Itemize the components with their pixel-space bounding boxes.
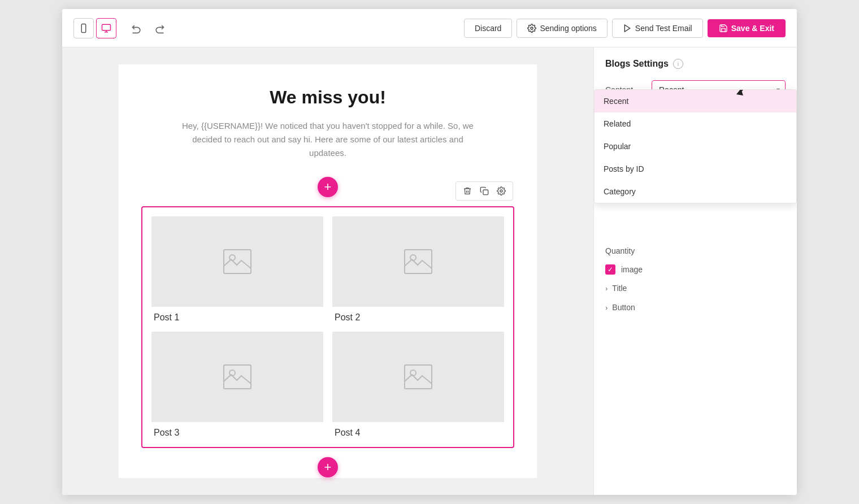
post-image-2 [332, 216, 504, 307]
post-1-title: Post 1 [151, 312, 323, 323]
svg-rect-7 [483, 190, 488, 195]
blog-post-card: Post 4 [332, 332, 504, 438]
undo-button[interactable] [128, 19, 146, 37]
copy-icon [480, 186, 489, 195]
trash-icon [463, 186, 472, 195]
svg-rect-0 [81, 24, 86, 32]
duplicate-block-button[interactable] [478, 184, 491, 198]
desktop-view-button[interactable] [96, 18, 116, 38]
content-dropdown: Recent Related Popular Posts by ID Categ… [594, 89, 797, 203]
add-section-top-button[interactable]: + [318, 177, 338, 197]
block-settings-button[interactable] [494, 184, 508, 198]
image-placeholder-icon-1 [223, 249, 251, 274]
image-placeholder-icon-3 [223, 364, 251, 389]
post-3-title: Post 3 [151, 428, 323, 438]
save-exit-button[interactable]: Save & Exit [708, 19, 786, 37]
dropdown-item-category[interactable]: Category [595, 180, 796, 203]
toolbar-actions: Discard Sending options Send Test Email [464, 19, 786, 38]
play-icon [623, 24, 632, 33]
button-chevron-icon: › [605, 303, 608, 312]
post-image-3 [151, 332, 323, 422]
image-placeholder-icon-4 [404, 364, 432, 389]
email-content: We miss you! Hey, {{USERNAME}}! We notic… [119, 64, 537, 478]
image-checkbox-row: ✓ image [605, 264, 786, 275]
add-section-bottom-button[interactable]: + [318, 457, 338, 477]
email-body-text: Hey, {{USERNAME}}! We noticed that you h… [141, 119, 514, 160]
svg-marker-6 [624, 25, 630, 32]
button-expand-row[interactable]: › Button [605, 301, 786, 314]
blog-post-card: Post 1 [151, 216, 323, 323]
image-checkbox-label: image [621, 265, 643, 274]
device-toggle [73, 18, 116, 38]
email-title: We miss you! [141, 87, 514, 108]
blog-grid-toolbar [455, 181, 513, 201]
blog-grid: Post 1 Post 2 [151, 216, 504, 438]
toolbar: Discard Sending options Send Test Email [62, 9, 797, 47]
post-2-title: Post 2 [332, 312, 504, 323]
dropdown-item-popular[interactable]: Popular [595, 135, 796, 158]
mobile-view-button[interactable] [73, 18, 94, 38]
dropdown-item-related[interactable]: Related [595, 112, 796, 135]
post-image-1 [151, 216, 323, 307]
canvas-area: We miss you! Hey, {{USERNAME}}! We notic… [62, 47, 593, 495]
dropdown-item-posts-by-id[interactable]: Posts by ID [595, 158, 796, 180]
svg-point-5 [531, 27, 533, 29]
sidebar: Blogs Settings i Content Recent Related … [593, 47, 797, 495]
editor-body: We miss you! Hey, {{USERNAME}}! We notic… [62, 47, 797, 495]
blog-grid-section: Post 1 Post 2 [141, 206, 514, 448]
title-expand-row[interactable]: › Title [605, 281, 786, 295]
plus-icon-top: + [324, 181, 332, 193]
send-test-email-button[interactable]: Send Test Email [612, 19, 703, 38]
svg-rect-2 [102, 24, 111, 31]
settings-icon [497, 186, 506, 195]
svg-point-8 [500, 190, 502, 192]
button-expand-label: Button [612, 303, 635, 312]
quantity-label: Quantity [605, 246, 645, 255]
redo-button[interactable] [150, 19, 168, 37]
check-icon: ✓ [608, 266, 613, 273]
dropdown-item-recent[interactable]: Recent [595, 90, 796, 112]
editor-container: Discard Sending options Send Test Email [62, 9, 797, 495]
sidebar-header: Blogs Settings i [605, 59, 786, 69]
blog-post-card: Post 2 [332, 216, 504, 323]
discard-button[interactable]: Discard [464, 19, 512, 38]
save-icon [719, 24, 728, 33]
sending-options-button[interactable]: Sending options [517, 19, 607, 38]
history-buttons [128, 19, 168, 37]
image-placeholder-icon-2 [404, 249, 432, 274]
delete-block-button[interactable] [461, 184, 474, 198]
quantity-row: Quantity [605, 246, 786, 255]
post-image-4 [332, 332, 504, 422]
title-chevron-icon: › [605, 284, 608, 293]
post-4-title: Post 4 [332, 428, 504, 438]
image-checkbox[interactable]: ✓ [605, 264, 615, 275]
sidebar-title: Blogs Settings [605, 59, 669, 69]
plus-icon-bottom: + [324, 461, 332, 473]
title-expand-label: Title [612, 284, 627, 293]
blog-post-card: Post 3 [151, 332, 323, 438]
gear-icon [527, 24, 536, 33]
info-icon[interactable]: i [673, 59, 683, 69]
